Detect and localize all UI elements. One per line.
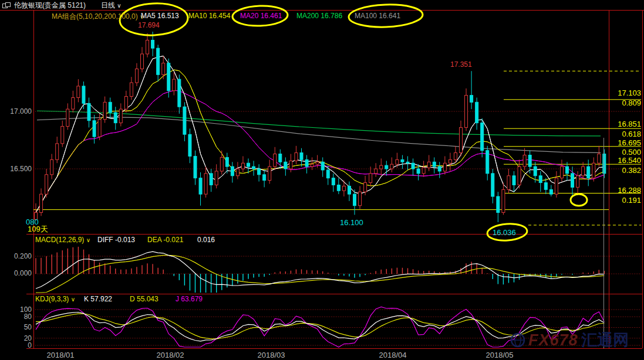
fib-ratio-0500: 0.500 bbox=[595, 148, 641, 157]
macd-dea-value: DEA -0.021 bbox=[147, 236, 183, 244]
date-label-apr: 2018/04 bbox=[375, 351, 410, 359]
fib-ratio-0382: 0.382 bbox=[595, 166, 641, 175]
fib-price-17103: 17.103 bbox=[595, 89, 641, 97]
fib-price-16288: 16.288 bbox=[595, 186, 641, 195]
trading-app: { "title_bar": { "instrument": "伦敦银现(贵金属… bbox=[0, 0, 644, 360]
main-scale-16500: 16.500 bbox=[2, 165, 32, 173]
ma-indicator-header[interactable]: MA组合(5,10,20,200,100,0) ∨ bbox=[52, 12, 144, 22]
fib-price-16695: 16.695 bbox=[595, 138, 641, 147]
annotation-low-mar: 16.100 bbox=[340, 218, 363, 227]
ma100-value: MA100 16.641 bbox=[355, 12, 400, 20]
macd-indicator-header[interactable]: MACD(12,26,9) ∨ bbox=[35, 236, 90, 244]
macd-scale-0200: 0.200 bbox=[2, 252, 32, 260]
kdj-j-value: J 63.679 bbox=[176, 295, 203, 303]
ma200-value: MA200 16.786 bbox=[296, 12, 342, 20]
annotation-high-jan: 17.694 bbox=[138, 21, 160, 29]
kdj-scale-50: 50 bbox=[2, 323, 32, 331]
date-label-mar: 2018/03 bbox=[254, 351, 289, 359]
date-label-feb: 2018/02 bbox=[153, 351, 188, 359]
macd-diff-value: DIFF -0.013 bbox=[97, 236, 135, 244]
ma5-value: MA5 16.513 bbox=[141, 12, 179, 20]
fib-ratio-0809: 0.809 bbox=[595, 99, 641, 107]
annotation-high-apr: 17.351 bbox=[450, 60, 472, 69]
date-label-jan: 2018/01 bbox=[43, 351, 78, 359]
macd-value: 0.016 bbox=[197, 236, 215, 244]
fib-price-16540: 16.540 bbox=[595, 156, 641, 165]
main-scale-17000: 17.000 bbox=[2, 107, 32, 116]
chevron-down-icon: ∨ bbox=[86, 237, 90, 243]
macd-label: MACD(12,26,9) bbox=[35, 236, 84, 244]
kdj-scale-0: 0 bbox=[2, 341, 32, 349]
chevron-down-icon: ∨ bbox=[71, 296, 75, 303]
ma-group-label: MA组合(5,10,20,200,100,0) bbox=[52, 12, 138, 21]
chart-canvas[interactable] bbox=[0, 0, 644, 360]
ma10-value: MA10 16.454 bbox=[188, 12, 230, 20]
macd-scale-0000: 0.000 bbox=[2, 269, 32, 277]
ma20-value: MA20 16.461 bbox=[240, 12, 282, 20]
highlight-circle-low bbox=[571, 194, 587, 206]
date-label-may: 2018/05 bbox=[482, 351, 517, 359]
kdj-d-value: D 55.043 bbox=[130, 295, 159, 303]
kdj-label: KDJ(9,3,3) bbox=[35, 295, 69, 303]
fib-price-16851: 16.851 bbox=[595, 120, 641, 128]
annotation-low-may: 16.036 bbox=[493, 228, 516, 237]
days-label: 109天 bbox=[28, 224, 48, 235]
fib-ratio-0618: 0.618 bbox=[595, 130, 641, 138]
fib-ratio-0191: 0.191 bbox=[595, 196, 641, 205]
kdj-indicator-header[interactable]: KDJ(9,3,3) ∨ bbox=[35, 295, 75, 303]
kdj-k-value: K 57.922 bbox=[84, 295, 112, 303]
kdj-scale-80: 80 bbox=[2, 313, 32, 321]
